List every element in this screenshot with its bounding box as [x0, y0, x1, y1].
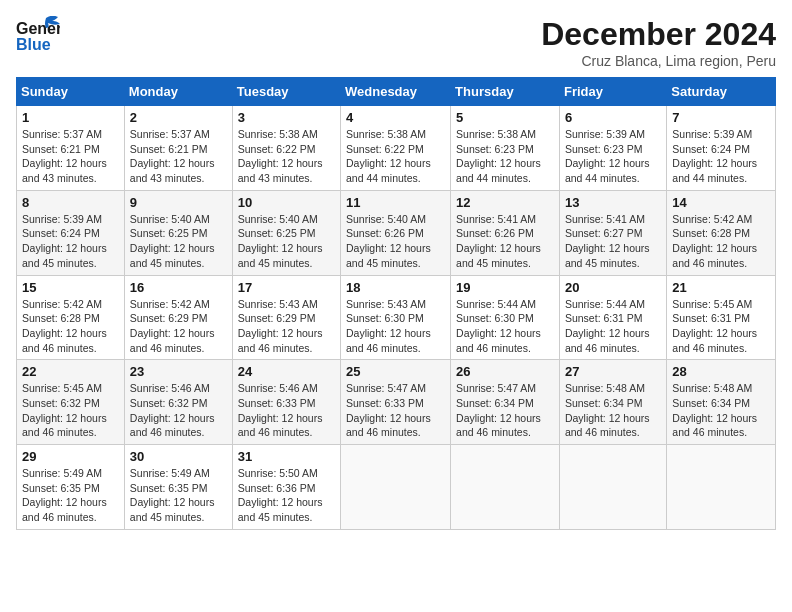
- day-number: 1: [22, 110, 119, 125]
- calendar-cell: 14Sunrise: 5:42 AM Sunset: 6:28 PM Dayli…: [667, 190, 776, 275]
- day-info: Sunrise: 5:45 AM Sunset: 6:31 PM Dayligh…: [672, 297, 770, 356]
- calendar-cell: 26Sunrise: 5:47 AM Sunset: 6:34 PM Dayli…: [451, 360, 560, 445]
- day-info: Sunrise: 5:37 AM Sunset: 6:21 PM Dayligh…: [22, 127, 119, 186]
- day-number: 23: [130, 364, 227, 379]
- calendar-cell: [667, 445, 776, 530]
- calendar-cell: 25Sunrise: 5:47 AM Sunset: 6:33 PM Dayli…: [341, 360, 451, 445]
- day-number: 20: [565, 280, 661, 295]
- calendar-cell: 11Sunrise: 5:40 AM Sunset: 6:26 PM Dayli…: [341, 190, 451, 275]
- day-info: Sunrise: 5:45 AM Sunset: 6:32 PM Dayligh…: [22, 381, 119, 440]
- day-info: Sunrise: 5:47 AM Sunset: 6:34 PM Dayligh…: [456, 381, 554, 440]
- calendar-week-row: 15Sunrise: 5:42 AM Sunset: 6:28 PM Dayli…: [17, 275, 776, 360]
- day-info: Sunrise: 5:43 AM Sunset: 6:30 PM Dayligh…: [346, 297, 445, 356]
- calendar-cell: 5Sunrise: 5:38 AM Sunset: 6:23 PM Daylig…: [451, 106, 560, 191]
- day-number: 5: [456, 110, 554, 125]
- calendar-cell: [341, 445, 451, 530]
- day-info: Sunrise: 5:37 AM Sunset: 6:21 PM Dayligh…: [130, 127, 227, 186]
- day-number: 27: [565, 364, 661, 379]
- day-info: Sunrise: 5:40 AM Sunset: 6:25 PM Dayligh…: [130, 212, 227, 271]
- calendar-week-row: 22Sunrise: 5:45 AM Sunset: 6:32 PM Dayli…: [17, 360, 776, 445]
- day-number: 13: [565, 195, 661, 210]
- day-number: 29: [22, 449, 119, 464]
- calendar-week-row: 8Sunrise: 5:39 AM Sunset: 6:24 PM Daylig…: [17, 190, 776, 275]
- calendar-cell: 13Sunrise: 5:41 AM Sunset: 6:27 PM Dayli…: [559, 190, 666, 275]
- day-number: 19: [456, 280, 554, 295]
- page-header: General Blue December 2024 Cruz Blanca, …: [16, 16, 776, 69]
- day-number: 10: [238, 195, 335, 210]
- day-info: Sunrise: 5:46 AM Sunset: 6:32 PM Dayligh…: [130, 381, 227, 440]
- calendar-cell: [559, 445, 666, 530]
- day-of-week-header: Saturday: [667, 78, 776, 106]
- day-of-week-header: Friday: [559, 78, 666, 106]
- day-number: 31: [238, 449, 335, 464]
- day-info: Sunrise: 5:40 AM Sunset: 6:26 PM Dayligh…: [346, 212, 445, 271]
- day-info: Sunrise: 5:39 AM Sunset: 6:24 PM Dayligh…: [672, 127, 770, 186]
- calendar-cell: 4Sunrise: 5:38 AM Sunset: 6:22 PM Daylig…: [341, 106, 451, 191]
- day-of-week-header: Wednesday: [341, 78, 451, 106]
- calendar-cell: 21Sunrise: 5:45 AM Sunset: 6:31 PM Dayli…: [667, 275, 776, 360]
- day-number: 25: [346, 364, 445, 379]
- calendar-cell: 24Sunrise: 5:46 AM Sunset: 6:33 PM Dayli…: [232, 360, 340, 445]
- day-of-week-header: Tuesday: [232, 78, 340, 106]
- calendar-cell: 10Sunrise: 5:40 AM Sunset: 6:25 PM Dayli…: [232, 190, 340, 275]
- day-info: Sunrise: 5:48 AM Sunset: 6:34 PM Dayligh…: [565, 381, 661, 440]
- month-title: December 2024: [541, 16, 776, 53]
- calendar-cell: 29Sunrise: 5:49 AM Sunset: 6:35 PM Dayli…: [17, 445, 125, 530]
- day-number: 18: [346, 280, 445, 295]
- day-number: 28: [672, 364, 770, 379]
- day-number: 15: [22, 280, 119, 295]
- day-info: Sunrise: 5:38 AM Sunset: 6:23 PM Dayligh…: [456, 127, 554, 186]
- day-number: 26: [456, 364, 554, 379]
- calendar-cell: 12Sunrise: 5:41 AM Sunset: 6:26 PM Dayli…: [451, 190, 560, 275]
- day-info: Sunrise: 5:38 AM Sunset: 6:22 PM Dayligh…: [346, 127, 445, 186]
- calendar-cell: 28Sunrise: 5:48 AM Sunset: 6:34 PM Dayli…: [667, 360, 776, 445]
- calendar-cell: [451, 445, 560, 530]
- day-of-week-header: Thursday: [451, 78, 560, 106]
- calendar-header-row: SundayMondayTuesdayWednesdayThursdayFrid…: [17, 78, 776, 106]
- day-info: Sunrise: 5:41 AM Sunset: 6:27 PM Dayligh…: [565, 212, 661, 271]
- logo: General Blue: [16, 16, 60, 56]
- calendar-cell: 15Sunrise: 5:42 AM Sunset: 6:28 PM Dayli…: [17, 275, 125, 360]
- calendar-cell: 2Sunrise: 5:37 AM Sunset: 6:21 PM Daylig…: [124, 106, 232, 191]
- day-number: 8: [22, 195, 119, 210]
- day-info: Sunrise: 5:39 AM Sunset: 6:24 PM Dayligh…: [22, 212, 119, 271]
- calendar-cell: 30Sunrise: 5:49 AM Sunset: 6:35 PM Dayli…: [124, 445, 232, 530]
- day-info: Sunrise: 5:41 AM Sunset: 6:26 PM Dayligh…: [456, 212, 554, 271]
- day-info: Sunrise: 5:49 AM Sunset: 6:35 PM Dayligh…: [22, 466, 119, 525]
- calendar-cell: 8Sunrise: 5:39 AM Sunset: 6:24 PM Daylig…: [17, 190, 125, 275]
- svg-text:Blue: Blue: [16, 36, 51, 53]
- day-info: Sunrise: 5:44 AM Sunset: 6:30 PM Dayligh…: [456, 297, 554, 356]
- calendar-cell: 19Sunrise: 5:44 AM Sunset: 6:30 PM Dayli…: [451, 275, 560, 360]
- subtitle: Cruz Blanca, Lima region, Peru: [541, 53, 776, 69]
- day-info: Sunrise: 5:42 AM Sunset: 6:28 PM Dayligh…: [672, 212, 770, 271]
- day-info: Sunrise: 5:43 AM Sunset: 6:29 PM Dayligh…: [238, 297, 335, 356]
- calendar-week-row: 1Sunrise: 5:37 AM Sunset: 6:21 PM Daylig…: [17, 106, 776, 191]
- day-number: 2: [130, 110, 227, 125]
- day-info: Sunrise: 5:47 AM Sunset: 6:33 PM Dayligh…: [346, 381, 445, 440]
- day-of-week-header: Monday: [124, 78, 232, 106]
- calendar-cell: 3Sunrise: 5:38 AM Sunset: 6:22 PM Daylig…: [232, 106, 340, 191]
- day-info: Sunrise: 5:49 AM Sunset: 6:35 PM Dayligh…: [130, 466, 227, 525]
- calendar-cell: 7Sunrise: 5:39 AM Sunset: 6:24 PM Daylig…: [667, 106, 776, 191]
- day-info: Sunrise: 5:38 AM Sunset: 6:22 PM Dayligh…: [238, 127, 335, 186]
- day-number: 12: [456, 195, 554, 210]
- day-number: 9: [130, 195, 227, 210]
- day-info: Sunrise: 5:42 AM Sunset: 6:28 PM Dayligh…: [22, 297, 119, 356]
- day-info: Sunrise: 5:44 AM Sunset: 6:31 PM Dayligh…: [565, 297, 661, 356]
- day-info: Sunrise: 5:39 AM Sunset: 6:23 PM Dayligh…: [565, 127, 661, 186]
- day-number: 22: [22, 364, 119, 379]
- day-number: 6: [565, 110, 661, 125]
- calendar-cell: 6Sunrise: 5:39 AM Sunset: 6:23 PM Daylig…: [559, 106, 666, 191]
- day-number: 21: [672, 280, 770, 295]
- day-number: 3: [238, 110, 335, 125]
- calendar-cell: 9Sunrise: 5:40 AM Sunset: 6:25 PM Daylig…: [124, 190, 232, 275]
- day-number: 14: [672, 195, 770, 210]
- day-info: Sunrise: 5:50 AM Sunset: 6:36 PM Dayligh…: [238, 466, 335, 525]
- day-number: 16: [130, 280, 227, 295]
- title-area: December 2024 Cruz Blanca, Lima region, …: [541, 16, 776, 69]
- calendar-week-row: 29Sunrise: 5:49 AM Sunset: 6:35 PM Dayli…: [17, 445, 776, 530]
- calendar-cell: 23Sunrise: 5:46 AM Sunset: 6:32 PM Dayli…: [124, 360, 232, 445]
- calendar-cell: 18Sunrise: 5:43 AM Sunset: 6:30 PM Dayli…: [341, 275, 451, 360]
- day-info: Sunrise: 5:48 AM Sunset: 6:34 PM Dayligh…: [672, 381, 770, 440]
- calendar-cell: 16Sunrise: 5:42 AM Sunset: 6:29 PM Dayli…: [124, 275, 232, 360]
